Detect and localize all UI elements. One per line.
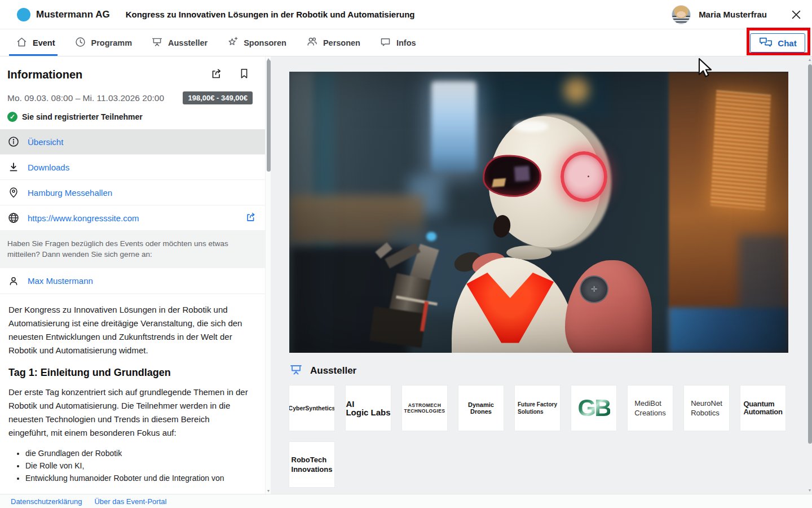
menu-item-label: Hamburg Messehallen [28, 188, 112, 198]
people-icon [306, 36, 318, 50]
bullet-item: die Grundlagen der Robotik [25, 447, 251, 459]
sidebar-scrollbar[interactable]: ▲ ▼ [265, 56, 271, 494]
tab-label: Sponsoren [244, 38, 286, 47]
tab-personen[interactable]: Personen [306, 29, 360, 56]
tab-aussteller[interactable]: Aussteller [151, 29, 208, 56]
globe-icon [7, 212, 20, 224]
sidebar-title: Informationen [7, 68, 82, 81]
scroll-down-arrow[interactable]: ▼ [807, 488, 812, 493]
company-name: Mustermann AG [36, 9, 110, 20]
user-name: Maria Musterfrau [699, 10, 767, 19]
speech-bubble-icon [379, 36, 391, 50]
tab-label: Infos [396, 38, 416, 47]
chat-bubbles-icon [758, 36, 773, 50]
location-pin-icon [7, 186, 20, 199]
main-scrollbar[interactable]: ▲ ▼ [807, 56, 812, 494]
close-icon[interactable] [789, 8, 803, 21]
event-portal-window: Mustermann AG Kongress zu Innovativen Lö… [0, 0, 812, 508]
exhibitor-card-gb[interactable]: GB [571, 386, 616, 431]
day1-intro: Der erste Tag konzentriert sich auf grun… [0, 379, 265, 440]
event-description: Der Kongress zu Innovativen Lösungen in … [0, 294, 265, 357]
exhibitor-card-cybersynthetics[interactable]: CyberSynthetics [289, 386, 334, 431]
scroll-up-arrow[interactable]: ▲ [807, 58, 812, 62]
sidebar-menu: Übersicht Downloads Hamburg Messehallen … [0, 129, 265, 231]
presentation-icon [289, 363, 303, 379]
exhibitors-heading: Aussteller [310, 365, 356, 376]
menu-item-label: Übersicht [28, 137, 63, 147]
event-info-sidebar: Informationen Mo. 09.03. 08:00 – Mi. 11.… [0, 56, 271, 494]
bullet-item: Die Rolle von KI, [25, 459, 251, 472]
event-date-range: Mo. 09.03. 08:00 – Mi. 11.03.2026 20:00 [7, 93, 164, 103]
presentation-icon [151, 36, 163, 50]
sidebar-item-website[interactable]: https://www.kongresssite.com [0, 205, 265, 231]
registered-note: Sie sind registrierter Teilnehmer [22, 112, 143, 121]
star-plus-icon [227, 36, 239, 50]
exhibitor-card-dynamic-drones[interactable]: Dynamic Drones [458, 386, 504, 431]
tab-event[interactable]: Event [16, 29, 55, 56]
bookmark-icon[interactable] [238, 67, 250, 82]
info-icon [7, 135, 20, 148]
scrollbar-thumb[interactable] [267, 60, 271, 172]
privacy-link[interactable]: Datenschutzerklärung [11, 497, 82, 506]
contact-name: Max Mustermann [28, 276, 93, 286]
chat-label: Chat [778, 38, 796, 48]
exhibitor-card-future-factory[interactable]: Future FactorySolutions [515, 386, 560, 431]
tab-sponsoren[interactable]: Sponsoren [227, 29, 286, 56]
user-avatar[interactable] [672, 5, 691, 24]
menu-item-label: https://www.kongresssite.com [28, 213, 139, 223]
bullet-item: Entwicklung humanoider Roboter und die I… [25, 472, 251, 484]
exhibitor-card-ai-logic-labs[interactable]: AILogic Labs [346, 386, 391, 431]
clock-icon [74, 36, 86, 50]
exhibitor-logo-grid: CyberSynthetics AILogic Labs ASTROMECHTE… [289, 386, 785, 487]
company-logo [17, 8, 30, 21]
exhibitor-card-neuronet[interactable]: NeuroNetRobotics [684, 386, 729, 431]
sidebar-item-uebersicht[interactable]: Übersicht [0, 129, 265, 155]
price-badge: 198,00€ - 349,00€ [183, 91, 253, 104]
home-icon [16, 36, 28, 50]
exhibitor-card-astromech[interactable]: ASTROMECHTECHNOLOGIES [402, 386, 447, 431]
day1-bullet-list: die Grundlagen der Robotik Die Rolle von… [25, 447, 251, 484]
download-icon [7, 161, 20, 173]
tab-label: Programm [91, 38, 133, 47]
main-nav: Event Programm Aussteller Sponsoren Pers… [0, 29, 812, 56]
menu-item-label: Downloads [28, 163, 69, 172]
scrollbar-thumb[interactable] [808, 64, 812, 444]
sidebar-item-contact-person[interactable]: Max Mustermann [0, 268, 265, 294]
tab-programm[interactable]: Programm [74, 29, 133, 56]
open-external-share-icon[interactable] [245, 211, 257, 225]
share-icon[interactable] [210, 67, 223, 82]
tab-label: Event [33, 38, 55, 47]
contact-question: Haben Sie Fragen bezüglich des Events od… [0, 231, 265, 268]
day1-heading: Tag 1: Einleitung und Grundlagen [0, 357, 265, 379]
sidebar-item-downloads[interactable]: Downloads [0, 155, 265, 180]
app-header: Mustermann AG Kongress zu Innovativen Lö… [0, 0, 812, 29]
check-icon: ✓ [7, 112, 17, 122]
chat-button[interactable]: Chat [750, 33, 805, 52]
exhibitor-card-medibot[interactable]: MediBotCreations [628, 386, 673, 431]
person-icon [7, 275, 20, 287]
tab-label: Aussteller [168, 38, 208, 47]
tab-infos[interactable]: Infos [379, 29, 416, 56]
app-footer: Datenschutzerklärung Über das Event-Port… [0, 494, 812, 508]
tab-label: Personen [323, 38, 360, 47]
exhibitor-card-quantum[interactable]: QuantumAutomation [740, 386, 785, 431]
event-title: Kongress zu Innovativen Lösungen in der … [126, 10, 415, 19]
exhibitor-card-robotech[interactable]: RoboTechInnovations [289, 442, 334, 487]
scroll-down-arrow[interactable]: ▼ [266, 489, 271, 493]
event-main-panel: ✛ Aussteller CyberSynthetics AILogic Lab… [271, 56, 812, 494]
about-portal-link[interactable]: Über das Event-Portal [94, 497, 166, 506]
sidebar-item-location[interactable]: Hamburg Messehallen [0, 180, 265, 205]
event-hero-image: ✛ [289, 72, 788, 353]
